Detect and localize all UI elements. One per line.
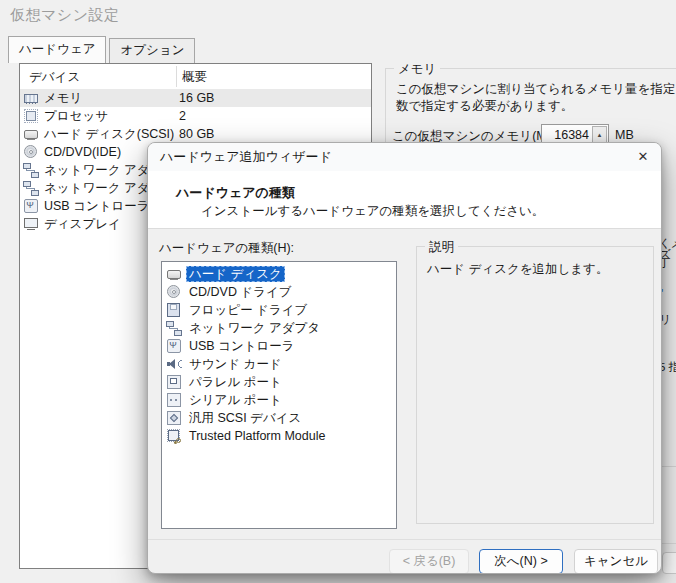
description-text: ハード ディスクを追加します。	[427, 261, 608, 278]
display-icon	[23, 217, 39, 231]
tpm-icon	[166, 429, 182, 443]
parallel-icon	[166, 375, 182, 389]
hardware-type-label: USB コントローラ	[186, 338, 298, 354]
tab-strip: ハードウェアオプション	[8, 36, 198, 63]
hardware-type-label: パラレル ポート	[186, 374, 285, 390]
hardware-type-label: フロッピー ドライブ	[186, 302, 310, 318]
window-title: 仮想マシン設定	[10, 6, 120, 25]
dialog-title: ハードウェア追加ウィザード	[160, 143, 332, 171]
device-label: USB コントローラ	[44, 198, 150, 215]
device-row[interactable]: メモリ16 GB	[20, 89, 371, 107]
wizard-subheading: インストールするハードウェアの種類を選択してください。	[201, 203, 544, 220]
device-row[interactable]: プロセッサ2	[20, 107, 371, 125]
hardware-type-list-label: ハードウェアの種類(H):	[159, 240, 294, 257]
hardware-type-label: ハード ディスク	[186, 266, 285, 282]
column-header-device: デバイス	[29, 69, 80, 86]
clipped-background-button[interactable]	[662, 552, 676, 574]
wizard-heading: ハードウェアの種類	[176, 184, 295, 202]
close-icon[interactable]: ✕	[631, 146, 655, 168]
device-list-header: デバイス 概要	[20, 64, 371, 89]
hardware-type-item[interactable]: フロッピー ドライブ	[162, 301, 396, 319]
usb-icon	[166, 339, 182, 353]
hardware-type-label: ネットワーク アダプタ	[186, 320, 323, 336]
floppy-icon	[166, 303, 182, 317]
usb-icon	[23, 199, 39, 213]
serial-icon	[166, 393, 182, 407]
memory-description-line1: この仮想マシンに割り当てられるメモリ量を指定します。メモリ	[396, 81, 676, 98]
device-label: ハード ディスク(SCSI)	[44, 126, 174, 143]
memory-description-line2: 数で指定する必要があります。	[396, 98, 573, 115]
hardware-type-label: サウンド カード	[186, 356, 285, 372]
hardware-type-item[interactable]: CD/DVD ドライブ	[162, 283, 396, 301]
processor-icon	[23, 109, 39, 123]
memory-group-label: メモリ	[394, 61, 440, 78]
memory-value: 16384	[554, 128, 589, 142]
hardware-type-label: シリアル ポート	[186, 392, 285, 408]
dialog-header: ハードウェアの種類 インストールするハードウェアの種類を選択してください。	[148, 171, 661, 229]
device-summary: 16 GB	[179, 91, 214, 105]
hard-disk-icon	[166, 267, 182, 281]
network-icon	[23, 163, 39, 177]
hardware-type-label: 汎用 SCSI デバイス	[186, 410, 304, 426]
description-group-label: 説明	[425, 239, 458, 256]
hardware-type-item[interactable]: ネットワーク アダプタ	[162, 319, 396, 337]
sound-icon	[166, 357, 182, 371]
hardware-type-item[interactable]: サウンド カード	[162, 355, 396, 373]
next-button[interactable]: 次へ(N) >	[479, 549, 563, 574]
cd-dvd-icon	[23, 145, 39, 159]
device-label: CD/DVD(IDE)	[44, 145, 121, 159]
hardware-type-item[interactable]: 汎用 SCSI デバイス	[162, 409, 396, 427]
back-button[interactable]: < 戻る(B)	[389, 549, 469, 574]
hardware-type-item[interactable]: USB コントローラ	[162, 337, 396, 355]
hard-disk-icon	[23, 127, 39, 141]
memory-unit-label: MB	[615, 128, 634, 142]
add-hardware-wizard-dialog: ハードウェア追加ウィザード ✕ ハードウェアの種類 インストールするハードウェア…	[147, 142, 662, 574]
device-label: メモリ	[44, 90, 82, 107]
column-separator	[176, 66, 177, 87]
tab-options[interactable]: オプション	[109, 38, 195, 63]
tab-hardware[interactable]: ハードウェア	[8, 36, 106, 63]
cd-dvd-icon	[166, 285, 182, 299]
device-label: プロセッサ	[44, 108, 108, 125]
hardware-type-label: Trusted Platform Module	[186, 428, 328, 444]
hardware-type-item[interactable]: パラレル ポート	[162, 373, 396, 391]
hardware-type-item[interactable]: Trusted Platform Module	[162, 427, 396, 445]
hardware-type-item[interactable]: ハード ディスク	[162, 265, 396, 283]
column-header-summary: 概要	[182, 69, 207, 86]
memory-icon	[23, 91, 39, 105]
device-row[interactable]: ハード ディスク(SCSI)80 GB	[20, 125, 371, 143]
hardware-type-item[interactable]: シリアル ポート	[162, 391, 396, 409]
scsi-icon	[166, 411, 182, 425]
description-group: 説明 ハード ディスクを追加します。	[416, 246, 654, 524]
network-icon	[166, 321, 182, 335]
hardware-type-list[interactable]: ハード ディスクCD/DVD ドライブフロッピー ドライブネットワーク アダプタ…	[161, 261, 397, 529]
device-summary: 80 GB	[179, 127, 214, 141]
dialog-footer-divider	[148, 539, 661, 540]
dialog-titlebar: ハードウェア追加ウィザード ✕	[148, 143, 661, 172]
cancel-button[interactable]: キャンセル	[574, 549, 658, 574]
hardware-type-label: CD/DVD ドライブ	[186, 284, 295, 300]
device-summary: 2	[179, 109, 186, 123]
device-label: ディスプレイ	[44, 216, 121, 233]
network-icon	[23, 181, 39, 195]
